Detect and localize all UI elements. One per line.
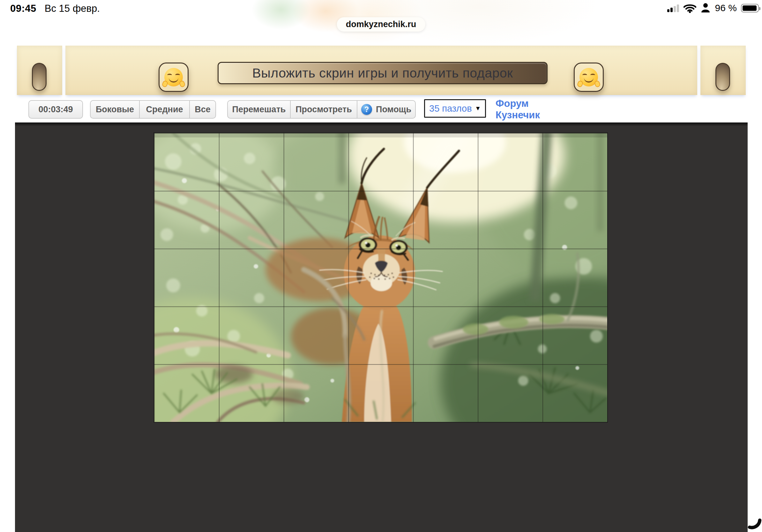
wifi-icon	[683, 3, 697, 13]
filter-button-srednie[interactable]: Средние	[139, 100, 190, 119]
filter-button-group: Боковые Средние Все	[90, 100, 216, 119]
action-button-group: Перемешать Просмотреть ? Помощь	[227, 100, 416, 119]
preview-button[interactable]: Просмотреть	[290, 100, 357, 119]
timer-display: 00:03:49	[29, 100, 83, 119]
help-button-label: Помощь	[376, 104, 411, 114]
banner-side-left	[17, 46, 62, 95]
puzzles-count-value: 35 пазлов	[429, 103, 472, 114]
banner-title-button[interactable]: Выложить скрин игры и получить подарок	[218, 62, 548, 84]
filter-button-vse[interactable]: Все	[189, 100, 216, 119]
hug-emoji-button-left[interactable]	[159, 62, 189, 92]
side-pill-button-right[interactable]	[716, 63, 730, 91]
banner-main: Выложить скрин игры и получить подарок	[65, 46, 697, 95]
screen: 09:45 Вс 15 февр. 96 % domkyznechik.ru	[0, 0, 762, 532]
shuffle-button[interactable]: Перемешать	[227, 100, 291, 119]
forum-link[interactable]: Форум Кузнечик	[495, 100, 540, 119]
status-left: 09:45 Вс 15 февр.	[10, 3, 100, 14]
select-arrow-icon: ▼	[475, 105, 481, 112]
corner-arc-icon	[747, 516, 762, 531]
hug-emoji-icon	[579, 68, 598, 87]
hug-emoji-icon	[164, 68, 183, 87]
user-icon	[701, 3, 710, 13]
battery-icon	[741, 4, 759, 13]
promo-banner: Выложить скрин игры и получить подарок	[17, 46, 746, 95]
puzzle-board	[15, 122, 748, 532]
puzzle-grid-overlay	[154, 133, 607, 422]
cellular-signal-icon	[667, 4, 679, 12]
hug-emoji-button-right[interactable]	[574, 62, 604, 92]
status-date: Вс 15 февр.	[45, 3, 100, 14]
side-pill-button-left[interactable]	[32, 63, 46, 91]
status-time: 09:45	[10, 3, 37, 14]
status-right: 96 %	[667, 3, 759, 13]
puzzle-image[interactable]	[153, 132, 608, 423]
banner-side-right	[700, 46, 746, 95]
status-bar: 09:45 Вс 15 февр. 96 %	[0, 0, 762, 17]
puzzles-count-select[interactable]: 35 пазлов ▼	[424, 99, 486, 118]
battery-percent: 96 %	[715, 3, 737, 13]
url-pill: domkyznechik.ru	[337, 17, 425, 32]
filter-button-bokovye[interactable]: Боковые	[90, 100, 140, 119]
help-button[interactable]: ? Помощь	[357, 100, 416, 119]
help-globe-icon: ?	[361, 104, 372, 115]
